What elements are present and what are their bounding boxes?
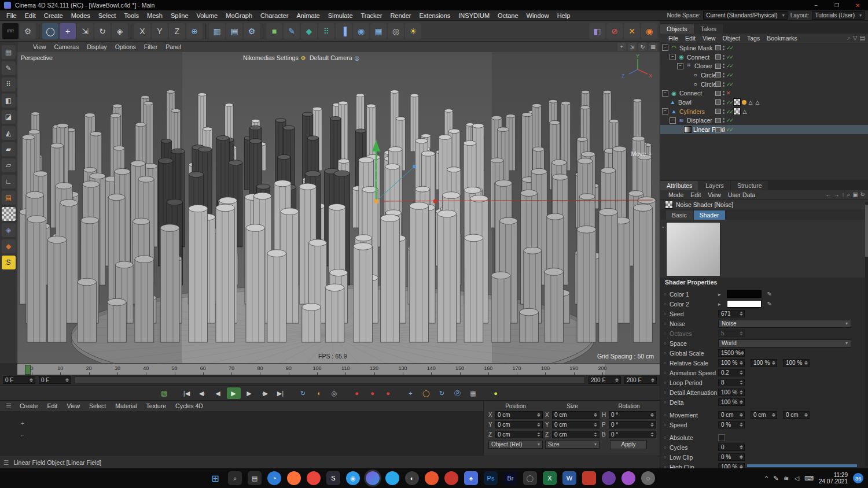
key-parameter-toggle[interactable]: Ⓟ (451, 387, 465, 399)
viewport-canvas[interactable]: YXZ Perspective Nikomedias Settings⚙ Def… (17, 52, 660, 363)
tree-item-linear-field[interactable]: Linear Field✓✓ (660, 125, 868, 134)
octane-icon[interactable]: ◉ (641, 23, 657, 39)
menu-animate[interactable]: Animate (292, 12, 323, 19)
checker-tag-icon[interactable] (733, 98, 741, 106)
key-position-toggle[interactable]: + (404, 387, 418, 399)
model-mode-icon[interactable]: ◧ (2, 94, 16, 108)
dot-tag-icon[interactable] (742, 100, 746, 105)
spinner-arrows-icon[interactable] (740, 331, 743, 335)
visibility-dots-icon[interactable] (723, 118, 724, 123)
checkbox[interactable] (718, 434, 725, 441)
volume-icon[interactable]: ◁ (795, 475, 799, 482)
spinner-arrows-icon[interactable] (30, 378, 33, 382)
network-icon[interactable]: ≋ (784, 475, 789, 482)
photos-app-icon[interactable]: ◔ (267, 471, 281, 485)
move-tool[interactable]: + (60, 23, 76, 39)
firefox-icon[interactable] (287, 471, 301, 485)
range-end-field[interactable]: 200 F (589, 376, 621, 384)
anim-dot-icon[interactable]: ○ (664, 321, 670, 326)
bridge-icon[interactable]: Br (503, 471, 517, 485)
tree-item-cylinders[interactable]: −▲Cylinders✓✓△ (660, 107, 868, 116)
anim-dot-icon[interactable]: ○ (664, 302, 670, 306)
spinner-arrows-icon[interactable] (740, 413, 743, 417)
polygons-mode-icon[interactable]: ▰ (2, 142, 16, 156)
solo-mode-icon[interactable]: ◎ (328, 387, 341, 399)
parent-up-icon[interactable]: ↑ (842, 191, 845, 198)
layer-swatch-icon[interactable] (715, 82, 721, 87)
tree-expander-icon[interactable]: − (662, 108, 668, 114)
no-entry-icon[interactable]: ⊘ (606, 23, 623, 39)
timeline-ruler[interactable]: 0102030405060708090100110120130140150160… (17, 363, 660, 375)
play-button[interactable]: ▶ (227, 387, 241, 399)
enable-state-icon[interactable]: ✕ (726, 90, 730, 96)
close-button[interactable]: ✕ (847, 0, 868, 10)
range-max-field[interactable]: 200 F (624, 376, 657, 384)
tree-item-spline-mask[interactable]: −◠Spline Mask✓✓ (660, 43, 868, 53)
menu-window[interactable]: Window (523, 12, 553, 19)
menu-tracker[interactable]: Tracker (357, 12, 387, 19)
filter-icon[interactable]: ▽ (853, 35, 858, 42)
anim-dot-icon[interactable]: ○ (664, 423, 670, 427)
preview-range-slider[interactable] (75, 376, 585, 384)
material-tab-material[interactable]: Material (111, 402, 141, 409)
key-pla-toggle[interactable]: ▦ (466, 387, 480, 399)
menu-volume[interactable]: Volume (193, 12, 222, 19)
viewport-menu-filter[interactable]: Filter (140, 43, 161, 50)
tri-tag-icon[interactable]: △ (748, 99, 753, 105)
object-tags[interactable]: △ (733, 108, 748, 115)
volume-menu[interactable]: ▦ (370, 23, 387, 39)
viewport-menu-view[interactable]: View (29, 43, 50, 50)
menu-extensions[interactable]: Extensions (415, 12, 454, 19)
visibility-dots-icon[interactable] (723, 73, 724, 77)
spinner-arrows-icon[interactable] (741, 351, 744, 355)
anim-dot-icon[interactable]: ○ (664, 331, 670, 335)
add-primitive-cube-menu[interactable]: ■ (266, 23, 282, 39)
spinner-arrows-icon[interactable] (772, 413, 775, 417)
rotation-p-field[interactable]: 0 ° (609, 421, 656, 428)
spinner-arrows-icon[interactable] (804, 413, 808, 417)
object-toggles[interactable]: ✕ (715, 90, 730, 96)
chrome-icon[interactable] (307, 471, 321, 485)
apply-button[interactable]: Apply (610, 440, 647, 449)
attr-menu-mode[interactable]: Mode (665, 191, 687, 198)
current-frame-field[interactable]: 0 F (39, 376, 71, 384)
make-preview-button[interactable]: ▧ (157, 387, 171, 399)
render-settings-hud[interactable]: Nikomedias Settings⚙ (243, 54, 306, 61)
om-menu-view[interactable]: View (699, 35, 719, 42)
preview-expander-icon[interactable]: ⌄ (661, 223, 665, 229)
goto-start-button[interactable]: |◀ (180, 387, 194, 399)
tree-item-bowl[interactable]: ▲Bowl✓✓△△ (660, 98, 868, 107)
menu-character[interactable]: Character (256, 12, 292, 19)
object-toggles[interactable]: ✓✓ (715, 109, 733, 114)
scale-tool[interactable]: ⇲ (77, 23, 93, 39)
cinema4d-icon[interactable] (366, 471, 380, 485)
enable-state-icon[interactable]: ✓✓ (726, 117, 733, 123)
visibility-dots-icon[interactable] (723, 127, 724, 132)
om-menu-object[interactable]: Object (719, 35, 744, 42)
keyframe-mode-icon[interactable]: ◖ (312, 387, 326, 399)
horizontal-scrollbar[interactable] (747, 464, 857, 467)
anim-dot-icon[interactable]: ○ (664, 380, 670, 385)
noise-preview-swatch[interactable] (666, 222, 720, 276)
tri-tag-icon[interactable]: △ (742, 109, 748, 114)
edges-mode-icon[interactable]: ◭ (2, 126, 16, 140)
view-options-icon[interactable]: ▤ (860, 35, 865, 42)
render-to-picture-viewer-button[interactable]: ▤ (226, 23, 242, 39)
anim-dot-icon[interactable]: ○ (664, 361, 670, 365)
tree-item-circle[interactable]: ○Circle✓✓ (660, 71, 868, 80)
viewport-zoom-icon[interactable]: ⇲ (628, 43, 637, 51)
value-field[interactable]: 8 (718, 379, 745, 386)
minimize-button[interactable]: – (806, 0, 826, 10)
enable-state-icon[interactable]: ✓✓ (726, 54, 733, 60)
value-field[interactable]: 671 (718, 310, 745, 317)
autokey-sphere-button[interactable]: ● (489, 387, 503, 399)
photoshop-icon[interactable]: Ps (484, 471, 498, 485)
layer-swatch-icon[interactable] (715, 45, 721, 50)
live-selection-tool[interactable]: ◯ (42, 23, 58, 39)
tray-expand-icon[interactable]: ^ (765, 475, 768, 482)
camera-hud[interactable]: Default Camera◎ (310, 54, 359, 61)
viewport-rotate-icon[interactable]: ↻ (638, 43, 647, 51)
visibility-dots-icon[interactable] (723, 82, 724, 87)
menu-simulate[interactable]: Simulate (324, 12, 357, 19)
spinner-arrows-icon[interactable] (740, 371, 743, 375)
